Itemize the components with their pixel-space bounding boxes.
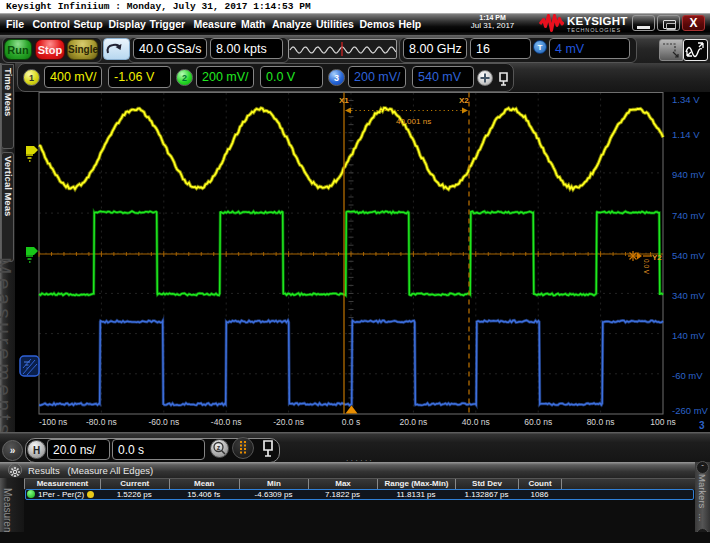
svg-text:60.0 ns: 60.0 ns bbox=[524, 417, 552, 427]
svg-text:-40.0 ns: -40.0 ns bbox=[211, 417, 242, 427]
svg-text:100 ns: 100 ns bbox=[650, 417, 676, 427]
svg-text:X1: X1 bbox=[339, 96, 349, 105]
svg-text:540 mV: 540 mV bbox=[672, 250, 705, 261]
svg-text:140 mV: 140 mV bbox=[672, 330, 705, 341]
svg-text:-60 mV: -60 mV bbox=[672, 370, 703, 381]
svg-text:1.14 V: 1.14 V bbox=[672, 129, 700, 140]
svg-text:80.0 ns: 80.0 ns bbox=[587, 417, 615, 427]
svg-text:-20.0 ns: -20.0 ns bbox=[273, 417, 304, 427]
svg-text:20.0 ns: 20.0 ns bbox=[399, 417, 427, 427]
svg-text:40.001 ns: 40.001 ns bbox=[396, 117, 431, 126]
svg-text:940 mV: 940 mV bbox=[672, 169, 705, 180]
svg-text:740 mV: 740 mV bbox=[672, 210, 705, 221]
svg-text:40.0 ns: 40.0 ns bbox=[462, 417, 490, 427]
svg-text:0.0 s: 0.0 s bbox=[342, 417, 360, 427]
svg-text:-260 mV: -260 mV bbox=[672, 405, 709, 416]
svg-text:1.34 V: 1.34 V bbox=[672, 94, 700, 105]
svg-text:3: 3 bbox=[699, 420, 705, 431]
svg-text:z: z bbox=[217, 444, 221, 451]
svg-text:-100 ns: -100 ns bbox=[39, 417, 67, 427]
svg-text:-60.0 ns: -60.0 ns bbox=[148, 417, 179, 427]
svg-text:0.0 V: 0.0 V bbox=[643, 259, 650, 275]
svg-text:Y2: Y2 bbox=[652, 253, 662, 262]
svg-text:X2: X2 bbox=[459, 96, 469, 105]
svg-text:-80.0 ns: -80.0 ns bbox=[86, 417, 117, 427]
svg-text:340 mV: 340 mV bbox=[672, 290, 705, 301]
